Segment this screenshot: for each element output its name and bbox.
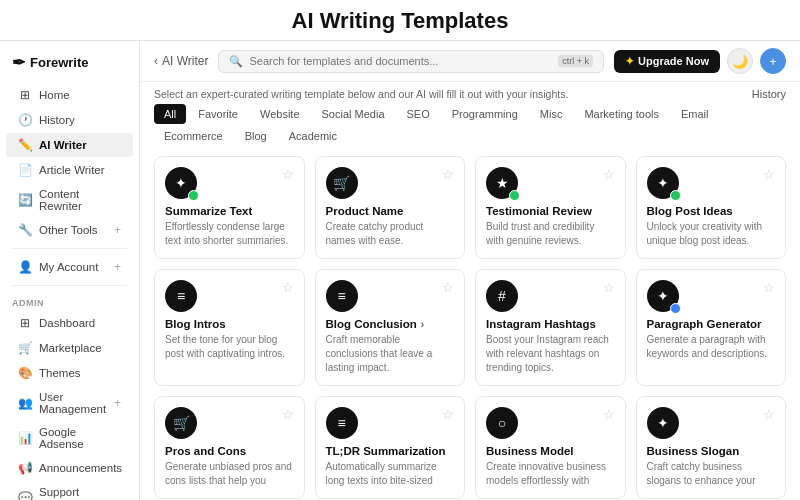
filter-tab-ecommerce[interactable]: Ecommerce	[154, 126, 233, 146]
template-star-testimonial-review[interactable]: ☆	[603, 167, 615, 182]
template-card-business-slogan[interactable]: ✦ ☆ Business Slogan Craft catchy busines…	[636, 396, 787, 499]
filter-tab-marketing-tools[interactable]: Marketing tools	[574, 104, 669, 124]
sidebar-item-home[interactable]: ⊞ Home	[6, 83, 133, 107]
filter-tab-favorite[interactable]: Favorite	[188, 104, 248, 124]
sidebar-item-user-management[interactable]: 👥 User Management +	[6, 386, 133, 420]
sidebar-item-google-adsense[interactable]: 📊 Google Adsense	[6, 421, 133, 455]
template-card-summarize-text[interactable]: ✦ ☆ Summarize Text Effortlessly condense…	[154, 156, 305, 259]
template-card-business-model[interactable]: ○ ☆ Business Model Create innovative bus…	[475, 396, 626, 499]
template-star-product-name[interactable]: ☆	[442, 167, 454, 182]
content-area: ‹ AI Writer 🔍 ctrl + k ✦ Upgrade Now 🌙 +	[140, 41, 800, 500]
template-star-paragraph-generator[interactable]: ☆	[763, 280, 775, 295]
sidebar-main-items: ⊞ Home 🕐 History ✏️ AI Writer 📄 Article …	[0, 83, 139, 242]
template-card-product-name[interactable]: 🛒 ☆ Product Name Create catchy product n…	[315, 156, 466, 259]
sidebar-item-my-account[interactable]: 👤 My Account +	[6, 255, 133, 279]
sidebar-icon-my-account: 👤	[18, 260, 32, 274]
template-name-summarize-text: Summarize Text	[165, 205, 294, 217]
sidebar-item-article-writer[interactable]: 📄 Article Writer	[6, 158, 133, 182]
template-star-tldr-summarization[interactable]: ☆	[442, 407, 454, 422]
header-title: AI Writer	[162, 54, 208, 68]
template-star-instagram-hashtags[interactable]: ☆	[603, 280, 615, 295]
sidebar-item-marketplace[interactable]: 🛒 Marketplace	[6, 336, 133, 360]
sidebar-label-other-tools: Other Tools	[39, 224, 98, 236]
sidebar-icon-google-adsense: 📊	[18, 431, 32, 445]
template-card-blog-intros[interactable]: ≡ ☆ Blog Intros Set the tone for your bl…	[154, 269, 305, 386]
template-star-summarize-text[interactable]: ☆	[282, 167, 294, 182]
sidebar-divider-2	[12, 285, 127, 286]
template-star-business-slogan[interactable]: ☆	[763, 407, 775, 422]
sidebar-label-support-requests: Support Requests	[39, 486, 121, 500]
template-star-business-model[interactable]: ☆	[603, 407, 615, 422]
template-star-blog-intros[interactable]: ☆	[282, 280, 294, 295]
sidebar-item-history[interactable]: 🕐 History	[6, 108, 133, 132]
filter-tab-all[interactable]: All	[154, 104, 186, 124]
filter-tab-social-media[interactable]: Social Media	[312, 104, 395, 124]
sidebar-item-content-rewriter[interactable]: 🔄 Content Rewriter	[6, 183, 133, 217]
template-icon-business-model: ○	[486, 407, 518, 439]
template-name-blog-post-ideas: Blog Post Ideas	[647, 205, 776, 217]
header-actions: ✦ Upgrade Now 🌙 +	[614, 48, 786, 74]
history-link[interactable]: History	[752, 88, 786, 100]
sidebar-label-dashboard: Dashboard	[39, 317, 95, 329]
sidebar-label-home: Home	[39, 89, 70, 101]
template-desc-summarize-text: Effortlessly condense large text into sh…	[165, 220, 294, 248]
template-name-product-name: Product Name	[326, 205, 455, 217]
template-card-instagram-hashtags[interactable]: # ☆ Instagram Hashtags Boost your Instag…	[475, 269, 626, 386]
sidebar-label-ai-writer: AI Writer	[39, 139, 87, 151]
filter-tab-misc[interactable]: Misc	[530, 104, 573, 124]
filter-tab-email[interactable]: Email	[671, 104, 719, 124]
template-card-pros-and-cons[interactable]: 🛒 ☆ Pros and Cons Generate unbiased pros…	[154, 396, 305, 499]
template-card-blog-post-ideas[interactable]: ✦ ☆ Blog Post Ideas Unlock your creativi…	[636, 156, 787, 259]
template-badge-green	[509, 190, 520, 201]
profile-button[interactable]: +	[760, 48, 786, 74]
sidebar-item-themes[interactable]: 🎨 Themes	[6, 361, 133, 385]
template-card-header: 🛒 ☆	[326, 167, 455, 199]
template-desc-blog-post-ideas: Unlock your creativity with unique blog …	[647, 220, 776, 248]
sidebar-icon-user-management: 👥	[18, 396, 32, 410]
search-shortcut: ctrl + k	[558, 55, 593, 67]
sidebar-item-support-requests[interactable]: 💬 Support Requests	[6, 481, 133, 500]
sidebar-item-other-tools[interactable]: 🔧 Other Tools +	[6, 218, 133, 242]
sidebar-icon-dashboard: ⊞	[18, 316, 32, 330]
template-icon-product-name: 🛒	[326, 167, 358, 199]
template-star-pros-and-cons[interactable]: ☆	[282, 407, 294, 422]
template-card-header: ★ ☆	[486, 167, 615, 199]
template-icon-symbol: ★	[496, 175, 509, 191]
filter-tab-programming[interactable]: Programming	[442, 104, 528, 124]
template-card-paragraph-generator[interactable]: ✦ ☆ Paragraph Generator Generate a parag…	[636, 269, 787, 386]
template-arrow: ›	[421, 319, 424, 330]
sidebar-item-ai-writer[interactable]: ✏️ AI Writer	[6, 133, 133, 157]
template-icon-symbol: ✦	[657, 175, 669, 191]
upgrade-star-icon: ✦	[625, 55, 634, 68]
template-star-blog-conclusion[interactable]: ☆	[442, 280, 454, 295]
dark-mode-button[interactable]: 🌙	[727, 48, 753, 74]
sidebar-admin-items: ⊞ Dashboard 🛒 Marketplace 🎨 Themes 👥 Use…	[0, 311, 139, 500]
template-name-business-slogan: Business Slogan	[647, 445, 776, 457]
sidebar-item-dashboard[interactable]: ⊞ Dashboard	[6, 311, 133, 335]
search-bar[interactable]: 🔍 ctrl + k	[218, 50, 604, 73]
template-icon-symbol: #	[498, 288, 506, 304]
template-icon-tldr-summarization: ≡	[326, 407, 358, 439]
sidebar-label-themes: Themes	[39, 367, 81, 379]
sidebar-icon-other-tools: 🔧	[18, 223, 32, 237]
filter-tab-academic[interactable]: Academic	[279, 126, 347, 146]
sidebar-account-items: 👤 My Account +	[0, 255, 139, 279]
back-button[interactable]: ‹ AI Writer	[154, 54, 208, 68]
upgrade-button[interactable]: ✦ Upgrade Now	[614, 50, 720, 73]
filter-tab-website[interactable]: Website	[250, 104, 310, 124]
template-card-testimonial-review[interactable]: ★ ☆ Testimonial Review Build trust and c…	[475, 156, 626, 259]
template-desc-testimonial-review: Build trust and credibility with genuine…	[486, 220, 615, 248]
template-star-blog-post-ideas[interactable]: ☆	[763, 167, 775, 182]
search-input[interactable]	[249, 55, 552, 67]
sidebar-icon-themes: 🎨	[18, 366, 32, 380]
template-card-header: ✦ ☆	[647, 280, 776, 312]
sidebar-item-announcements[interactable]: 📢 Announcements	[6, 456, 133, 480]
template-card-blog-conclusion[interactable]: ≡ ☆ Blog Conclusion› Craft memorable con…	[315, 269, 466, 386]
filter-tab-blog[interactable]: Blog	[235, 126, 277, 146]
sidebar-icon-history: 🕐	[18, 113, 32, 127]
filter-tab-seo[interactable]: SEO	[397, 104, 440, 124]
template-desc-paragraph-generator: Generate a paragraph with keywords and d…	[647, 333, 776, 361]
template-card-tldr-summarization[interactable]: ≡ ☆ TL;DR Summarization Automatically su…	[315, 396, 466, 499]
sidebar-label-article-writer: Article Writer	[39, 164, 105, 176]
template-card-header: ≡ ☆	[326, 280, 455, 312]
